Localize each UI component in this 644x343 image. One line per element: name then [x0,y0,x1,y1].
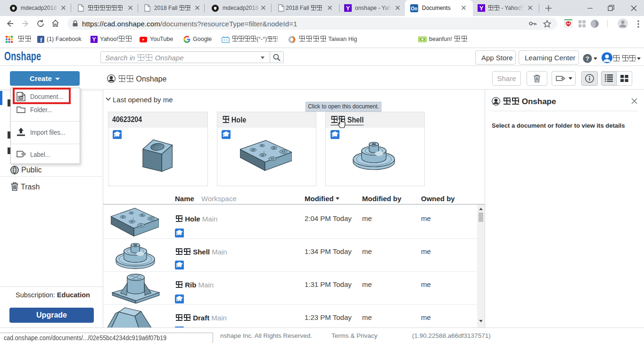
svg-text:Y: Y [92,36,96,43]
svg-text:f: f [40,36,42,43]
svg-text:Y: Y [479,5,484,12]
svg-text:On: On [411,6,418,11]
svg-text:Y: Y [346,5,350,12]
svg-text:?: ? [586,55,589,62]
